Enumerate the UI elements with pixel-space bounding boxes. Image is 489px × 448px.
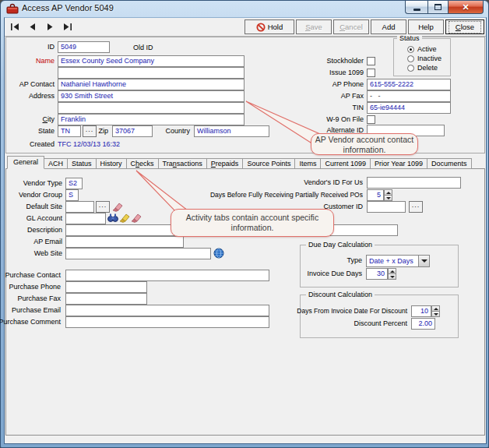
issue-1099-checkbox[interactable] <box>367 69 375 77</box>
default-site-field[interactable] <box>65 201 94 213</box>
ap-fax-label: AP Fax <box>341 90 364 102</box>
dropdown-arrow-icon[interactable] <box>418 256 429 266</box>
days-from-invoice-field[interactable]: 10 <box>411 305 431 317</box>
tab-prior-year-1099[interactable]: Prior Year 1099 <box>370 158 427 169</box>
gl-account-label: GL Account <box>26 213 62 224</box>
status-radio-delete-label: Delete <box>417 62 438 74</box>
due-day-group-title: Due Day Calculation <box>306 241 375 249</box>
tab-general[interactable]: General <box>7 156 44 169</box>
spin-down-icon[interactable] <box>388 273 396 280</box>
cancel-button[interactable]: Cancel <box>333 19 369 34</box>
status-radio-inactive[interactable] <box>407 55 414 62</box>
due-day-type-label: Type <box>347 255 362 266</box>
status-radio-active[interactable] <box>407 46 414 53</box>
country-field[interactable]: Williamson <box>194 125 269 137</box>
purchase-fax-label: Purchase Fax <box>17 293 61 305</box>
hold-button[interactable]: Hold <box>244 19 294 34</box>
address-field[interactable]: 930 Smith Street <box>58 90 244 102</box>
web-site-field[interactable] <box>65 248 211 259</box>
tab-status[interactable]: Status <box>67 158 97 169</box>
web-site-globe-icon[interactable] <box>213 248 224 259</box>
gl-account-lookup-binoculars-icon[interactable] <box>107 213 118 223</box>
days-before-receiving-label: Days Before Fully Receiving Partially Re… <box>210 189 363 201</box>
gl-account-field[interactable] <box>65 213 106 224</box>
tab-transactions[interactable]: Transactions <box>158 158 207 169</box>
cancel-button-label: Cancel <box>339 23 363 31</box>
invoice-due-days-spinner[interactable] <box>388 268 396 280</box>
ap-email-field[interactable] <box>65 236 184 248</box>
tab-ach[interactable]: ACH <box>44 158 68 169</box>
spin-up-icon[interactable] <box>431 305 440 311</box>
tab-source-points[interactable]: Source Points <box>242 158 295 169</box>
previous-record-button[interactable] <box>28 23 37 30</box>
purchase-comment-label: Purchase Comment <box>0 316 61 328</box>
spin-down-icon[interactable] <box>384 195 392 201</box>
gl-account-yellow-tool-icon[interactable] <box>119 213 130 223</box>
default-site-clear-eraser-icon[interactable] <box>112 202 123 212</box>
purchase-comment-field[interactable] <box>65 316 269 328</box>
days-before-receiving-spinner[interactable] <box>384 189 392 201</box>
tab-prepaids[interactable]: Prepaids <box>206 158 244 169</box>
next-record-button[interactable] <box>45 23 55 30</box>
name-line2-field[interactable] <box>58 67 244 79</box>
vendors-id-for-us-field[interactable] <box>367 177 461 189</box>
state-browse-button[interactable]: ... <box>83 125 97 137</box>
purchase-email-field[interactable] <box>65 305 269 316</box>
spin-down-icon[interactable] <box>431 311 440 317</box>
address-line2-field[interactable] <box>58 102 244 114</box>
invoice-due-days-field[interactable]: 30 <box>366 268 388 280</box>
id-field[interactable]: 5049 <box>58 41 110 53</box>
vendor-group-field[interactable]: S <box>65 189 79 201</box>
name-field[interactable]: Essex County Seed Company <box>58 55 244 67</box>
purchase-phone-field[interactable] <box>65 281 147 293</box>
maximize-button[interactable] <box>427 1 449 14</box>
close-window-button[interactable]: ✕ <box>449 1 484 14</box>
zip-field[interactable]: 37067 <box>112 125 153 137</box>
help-button[interactable]: Help <box>408 19 444 34</box>
last-record-button[interactable] <box>62 23 72 30</box>
add-button[interactable]: Add <box>371 19 406 34</box>
tab-documents[interactable]: Documents <box>427 158 472 169</box>
created-value: TFC 12/03/13 16:32 <box>58 139 120 150</box>
id-label: ID <box>47 41 55 53</box>
discount-group-title: Discount Calculation <box>306 291 375 299</box>
minimize-button[interactable] <box>405 1 427 14</box>
purchase-contact-field[interactable] <box>65 270 269 281</box>
customer-id-field[interactable] <box>367 201 406 213</box>
vendor-group-label: Vendor Group <box>19 189 62 201</box>
ap-fax-field[interactable]: - - <box>367 90 451 102</box>
default-site-browse-button[interactable]: ... <box>96 201 110 213</box>
first-record-button[interactable] <box>11 23 20 30</box>
tin-field[interactable]: 65-ie94444 <box>367 102 451 114</box>
hold-button-label: Hold <box>268 23 283 31</box>
customer-id-browse-button[interactable]: ... <box>409 201 423 213</box>
close-button[interactable]: Close <box>445 19 484 34</box>
stockholder-checkbox[interactable] <box>367 57 375 65</box>
ap-contact-label: AP Contact <box>19 79 55 90</box>
ap-contact-field[interactable]: Nathaniel Hawthorne <box>58 79 244 90</box>
days-from-invoice-spinner[interactable] <box>431 305 440 317</box>
purchase-fax-field[interactable] <box>65 293 147 305</box>
gl-account-clear-eraser-icon[interactable] <box>131 213 142 223</box>
tab-checks[interactable]: Checks <box>126 158 159 169</box>
ap-phone-field[interactable]: 615-555-2222 <box>367 79 451 90</box>
spin-up-icon[interactable] <box>388 268 396 273</box>
w9-on-file-label: W-9 On File <box>326 114 364 125</box>
days-before-receiving-field[interactable]: 5 <box>367 189 384 201</box>
tab-current-1099[interactable]: Current 1099 <box>320 158 371 169</box>
titlebar[interactable]: Access AP Vendor 5049 ✕ <box>1 1 488 17</box>
tab-items[interactable]: Items <box>294 158 321 169</box>
tab-history[interactable]: History <box>96 158 127 169</box>
status-group-title: Status <box>397 34 422 43</box>
discount-percent-field[interactable]: 2.00 <box>411 318 435 330</box>
vendor-type-field[interactable]: S2 <box>65 178 83 189</box>
w9-on-file-checkbox[interactable] <box>367 115 375 124</box>
city-field[interactable]: Franklin <box>58 114 244 125</box>
state-field[interactable]: TN <box>58 125 81 137</box>
due-day-type-dropdown[interactable]: Date + x Days <box>366 255 430 267</box>
spin-up-icon[interactable] <box>384 189 392 195</box>
due-day-type-value: Date + x Days <box>369 257 413 265</box>
status-radio-delete[interactable] <box>407 65 414 72</box>
close-icon: ✕ <box>462 3 469 12</box>
save-button[interactable]: Save <box>296 19 332 34</box>
